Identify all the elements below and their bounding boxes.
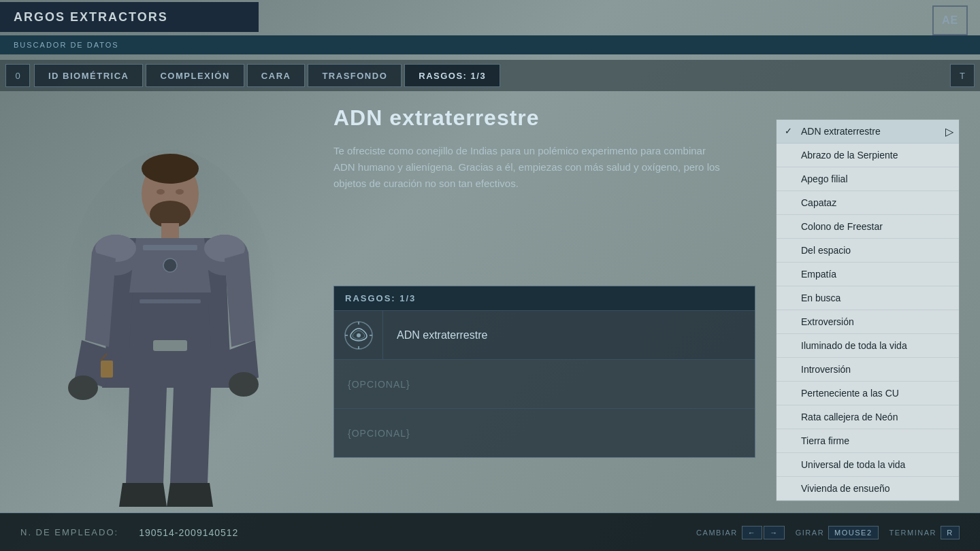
tab-trasfondo[interactable]: TRASFONDO bbox=[308, 64, 402, 87]
optional-label-1: {OPCIONAL} bbox=[348, 379, 410, 390]
app-title: ARGOS EXTRACTORS bbox=[0, 2, 259, 32]
dropdown-item-8[interactable]: Extroversión bbox=[777, 310, 959, 334]
key-mouse2: MOUSE2 bbox=[828, 526, 878, 539]
tab-biometrica[interactable]: ID BIOMÉTRICA bbox=[34, 64, 143, 87]
dna-svg-icon bbox=[344, 320, 374, 350]
cambiar-label: CAMBIAR bbox=[696, 529, 738, 537]
traits-box: RASGOS: 1/3 ADN extraterrestre {OPCIONA bbox=[333, 286, 755, 458]
trait-optional-1[interactable]: {OPCIONAL} bbox=[334, 359, 755, 408]
dropdown-item-7[interactable]: En busca bbox=[777, 286, 959, 310]
trait-description: Te ofreciste como conejillo de Indias pa… bbox=[333, 143, 728, 192]
traits-box-header: RASGOS: 1/3 bbox=[334, 286, 755, 310]
employee-number: 190514-2009140512 bbox=[139, 527, 238, 538]
dropdown-item-12[interactable]: Rata callejera de Neón bbox=[777, 405, 959, 429]
trait-icon bbox=[334, 311, 383, 360]
optional-label-2: {OPCIONAL} bbox=[348, 428, 410, 439]
header-subtitle: BUSCADOR DE DATOS bbox=[0, 35, 980, 54]
character-area bbox=[0, 99, 340, 510]
key-r: R bbox=[941, 526, 960, 539]
dropdown-item-2[interactable]: Apego filial bbox=[777, 167, 959, 191]
info-panel: ADN extraterrestre Te ofreciste como con… bbox=[333, 105, 769, 192]
svg-point-5 bbox=[176, 189, 184, 195]
girar-label: GIRAR bbox=[796, 529, 824, 537]
dropdown-item-14[interactable]: Universal de toda la vida bbox=[777, 453, 959, 477]
action-terminar: TERMINAR R bbox=[889, 526, 960, 539]
bottom-bar: N. DE EMPLEADO: 190514-2009140512 CAMBIA… bbox=[0, 513, 980, 551]
nav-tabs: 0 ID BIOMÉTRICA COMPLEXIÓN CARA TRASFOND… bbox=[0, 60, 980, 91]
nav-left-icon[interactable]: 0 bbox=[5, 64, 30, 87]
trait-title: ADN extraterrestre bbox=[333, 105, 769, 131]
header-logo: AE bbox=[932, 5, 968, 35]
dropdown-item-9[interactable]: Iluminado de toda la vida bbox=[777, 334, 959, 358]
character-figure bbox=[27, 129, 313, 510]
svg-rect-16 bbox=[153, 340, 187, 351]
svg-point-4 bbox=[157, 189, 165, 195]
header: ARGOS EXTRACTORS AE BUSCADOR DE DATOS bbox=[0, 0, 980, 60]
employee-label: N. DE EMPLEADO: bbox=[20, 527, 118, 537]
dropdown-item-5[interactable]: Del espacio bbox=[777, 239, 959, 263]
svg-rect-13 bbox=[143, 245, 197, 250]
dropdown-item-13[interactable]: Tierra firme bbox=[777, 429, 959, 453]
dropdown-item-10[interactable]: Introversión bbox=[777, 358, 959, 382]
terminar-label: TERMINAR bbox=[889, 529, 936, 537]
nav-right-icon[interactable]: T bbox=[950, 64, 975, 87]
trait-item-selected[interactable]: ADN extraterrestre bbox=[334, 310, 755, 359]
svg-rect-6 bbox=[161, 223, 179, 238]
cambiar-keys: ← → bbox=[742, 526, 785, 539]
svg-point-11 bbox=[68, 375, 98, 400]
svg-rect-17 bbox=[101, 361, 113, 378]
tab-complexion[interactable]: COMPLEXIÓN bbox=[146, 64, 244, 87]
dropdown-cursor-icon: ▷ bbox=[945, 125, 953, 138]
action-girar: GIRAR MOUSE2 bbox=[796, 526, 879, 539]
tab-rasgos[interactable]: RASGOS: 1/3 bbox=[404, 64, 500, 87]
bottom-actions: CAMBIAR ← → GIRAR MOUSE2 TERMINAR R bbox=[696, 526, 960, 539]
svg-point-12 bbox=[229, 372, 259, 397]
svg-point-20 bbox=[357, 333, 361, 337]
dropdown-item-3[interactable]: Capataz bbox=[777, 191, 959, 215]
svg-rect-14 bbox=[140, 299, 201, 303]
selected-trait-label: ADN extraterrestre bbox=[383, 329, 501, 341]
character-silhouette bbox=[27, 129, 313, 510]
header-title-bar: ARGOS EXTRACTORS AE bbox=[0, 0, 980, 34]
key-right: → bbox=[764, 526, 785, 539]
action-cambiar: CAMBIAR ← → bbox=[696, 526, 785, 539]
traits-dropdown: ADN extraterrestre▷Abrazo de la Serpient… bbox=[776, 119, 960, 501]
dropdown-item-11[interactable]: Perteneciente a las CU bbox=[777, 382, 959, 405]
dropdown-item-4[interactable]: Colono de Freestar bbox=[777, 215, 959, 239]
dropdown-item-15[interactable]: Vivienda de ensueño bbox=[777, 477, 959, 501]
dropdown-item-1[interactable]: Abrazo de la Serpiente bbox=[777, 144, 959, 167]
tab-cara[interactable]: CARA bbox=[247, 64, 306, 87]
dropdown-item-6[interactable]: Empatía bbox=[777, 263, 959, 286]
svg-point-2 bbox=[142, 154, 199, 184]
dropdown-item-0[interactable]: ADN extraterrestre▷ bbox=[777, 120, 959, 144]
key-left: ← bbox=[742, 526, 763, 539]
trait-optional-2[interactable]: {OPCIONAL} bbox=[334, 408, 755, 457]
svg-point-15 bbox=[163, 258, 177, 272]
